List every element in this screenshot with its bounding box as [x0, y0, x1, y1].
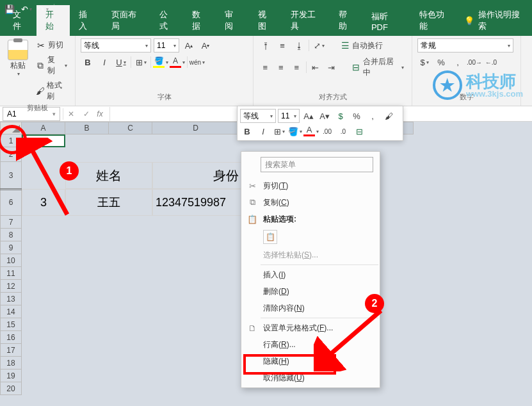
mini-font-color[interactable]: A▾ [304, 124, 318, 138]
wrap-text-button[interactable]: ☰自动换行 [337, 39, 385, 53]
group-alignment: ⭱ ≡ ⭳ ⤢▾ ☰自动换行 ≡ ≡ ≡ ⇤ ⇥ ⊟合并后居中▾ 对齐方式 [254, 36, 412, 106]
ctx-insert[interactable]: 插入(I) [243, 266, 378, 283]
number-format-select[interactable]: 常规▾ [417, 38, 513, 53]
align-bottom-button[interactable]: ⭳ [292, 38, 306, 53]
tab-review[interactable]: 审阅 [216, 5, 248, 36]
align-right-button[interactable]: ≡ [290, 60, 303, 74]
grow-font-button[interactable]: A▴ [182, 38, 196, 53]
orientation-button[interactable]: ⤢▾ [312, 38, 326, 53]
increase-indent-button[interactable]: ⇥ [325, 60, 338, 74]
merge-center-button[interactable]: ⊟合并后居中▾ [349, 55, 407, 79]
align-top-button[interactable]: ⭱ [259, 38, 273, 53]
increase-decimal-button[interactable]: .00→ [467, 55, 481, 69]
row-header-18[interactable]: 18 [0, 357, 22, 369]
row-header-14[interactable]: 14 [0, 305, 22, 318]
align-center-button[interactable]: ≡ [275, 60, 288, 74]
annotation-arrow-2 [314, 307, 391, 371]
ctx-cut[interactable]: ✂剪切(T) [243, 177, 378, 194]
ctx-paste-options: 📋粘贴选项: [243, 211, 378, 227]
format-icon: 🗋 [246, 322, 258, 334]
tab-help[interactable]: 帮助 [330, 5, 362, 36]
row-header-8[interactable]: 8 [0, 229, 22, 241]
row-header-16[interactable]: 16 [0, 331, 22, 344]
row-header-19[interactable]: 19 [0, 369, 22, 382]
row-header-13[interactable]: 13 [0, 293, 22, 305]
mini-format-painter[interactable]: 🖌 [382, 109, 396, 123]
ctx-paste-btn[interactable]: 📋 [243, 227, 378, 247]
border-button[interactable]: ⊞▾ [134, 55, 148, 69]
mini-inc-decimal[interactable]: .00 [320, 124, 334, 138]
col-header-d[interactable]: D [152, 122, 239, 134]
tell-me[interactable]: 💡操作说明搜索 [458, 5, 528, 36]
tab-data[interactable]: 数据 [183, 5, 216, 36]
bulb-icon: 💡 [464, 16, 474, 26]
col-header-a[interactable]: A [22, 122, 65, 134]
mini-border[interactable]: ⊞▾ [272, 124, 286, 138]
font-color-button[interactable]: A▾ [170, 55, 184, 69]
row-header-15[interactable]: 15 [0, 318, 22, 331]
clipboard-label: 剪贴板 [5, 103, 70, 114]
copy-button[interactable]: ⧉复制▾ [33, 53, 70, 77]
mini-italic[interactable]: I [256, 124, 270, 138]
align-group-label: 对齐方式 [259, 92, 407, 103]
tab-special[interactable]: 特色功能 [410, 5, 458, 36]
tab-foxit[interactable]: 福昕PDF [362, 7, 410, 36]
col-header-b[interactable]: B [65, 122, 109, 134]
paste-button[interactable]: 粘贴 ▾ [5, 38, 31, 78]
percent-button[interactable]: % [434, 55, 448, 69]
phonetic-button[interactable]: wén▾ [190, 55, 204, 69]
cut-button[interactable]: ✂剪切 [33, 38, 70, 52]
row-header-11[interactable]: 11 [0, 267, 22, 280]
comma-button[interactable]: , [451, 55, 465, 69]
ctx-paste-special[interactable]: 选择性粘贴(S)... [243, 247, 378, 263]
cell-c6[interactable]: 12347519987 [152, 189, 242, 216]
row-header-10[interactable]: 10 [0, 254, 22, 267]
italic-button[interactable]: I [97, 55, 111, 69]
tab-layout[interactable]: 页面布局 [102, 5, 150, 36]
row-header-17[interactable]: 17 [0, 344, 22, 357]
row-header-12[interactable]: 12 [0, 280, 22, 293]
accounting-button[interactable]: $▾ [417, 55, 431, 69]
mini-font-size[interactable]: 11▾ [278, 109, 300, 123]
fill-color-button[interactable]: 🪣▾ [154, 55, 168, 69]
font-size-select[interactable]: 11▾ [154, 38, 179, 53]
mini-merge[interactable]: ⊟ [352, 124, 366, 138]
tab-dev[interactable]: 开发工具 [282, 5, 330, 36]
mini-bold[interactable]: B [240, 124, 254, 138]
mini-accounting[interactable]: $ [334, 109, 348, 123]
ctx-delete[interactable]: 删除(D) [243, 283, 378, 300]
decrease-decimal-button[interactable]: ←.0 [484, 55, 498, 69]
mini-font-name[interactable]: 等线▾ [240, 109, 276, 123]
tab-file[interactable]: 文件 [4, 5, 36, 36]
align-middle-button[interactable]: ≡ [275, 38, 289, 53]
watermark-title: 科技师 [466, 73, 523, 90]
mini-shrink-font[interactable]: A▾ [318, 109, 332, 123]
align-left-button[interactable]: ≡ [259, 60, 272, 74]
shrink-font-button[interactable]: A▾ [198, 38, 213, 53]
decrease-indent-button[interactable]: ⇤ [309, 60, 323, 74]
fx-button[interactable]: fx [94, 107, 109, 121]
tab-formula[interactable]: 公式 [150, 5, 183, 36]
group-clipboard: 粘贴 ▾ ✂剪切 ⧉复制▾ 🖌格式刷 剪贴板 [0, 36, 76, 106]
col-header-c[interactable]: C [109, 122, 152, 134]
mini-dec-decimal[interactable]: .0 [336, 124, 350, 138]
row-header-20[interactable]: 20 [0, 382, 22, 395]
ctx-search-input[interactable]: 搜索菜单 [261, 157, 373, 172]
font-name-select[interactable]: 等线▾ [81, 38, 151, 53]
bold-button[interactable]: B [81, 55, 95, 69]
enter-formula-button[interactable]: ✓ [79, 107, 94, 121]
mini-grow-font[interactable]: A▴ [302, 109, 316, 123]
row-header-9[interactable]: 9 [0, 241, 22, 254]
tab-insert[interactable]: 插入 [70, 5, 102, 36]
scissors-icon: ✂ [36, 40, 46, 51]
ctx-copy[interactable]: ⧉复制(C) [243, 194, 378, 211]
mini-comma[interactable]: , [366, 109, 380, 123]
underline-button[interactable]: U▾ [114, 55, 128, 69]
mini-percent[interactable]: % [350, 109, 364, 123]
tab-view[interactable]: 视图 [249, 5, 282, 36]
redo-icon[interactable]: ↷▾ [37, 3, 49, 15]
cell-d3[interactable]: 身份 [152, 162, 242, 189]
mini-fill-color[interactable]: 🪣▾ [288, 124, 302, 138]
star-icon: ★ [433, 70, 462, 100]
format-painter-button[interactable]: 🖌格式刷 [33, 79, 70, 103]
